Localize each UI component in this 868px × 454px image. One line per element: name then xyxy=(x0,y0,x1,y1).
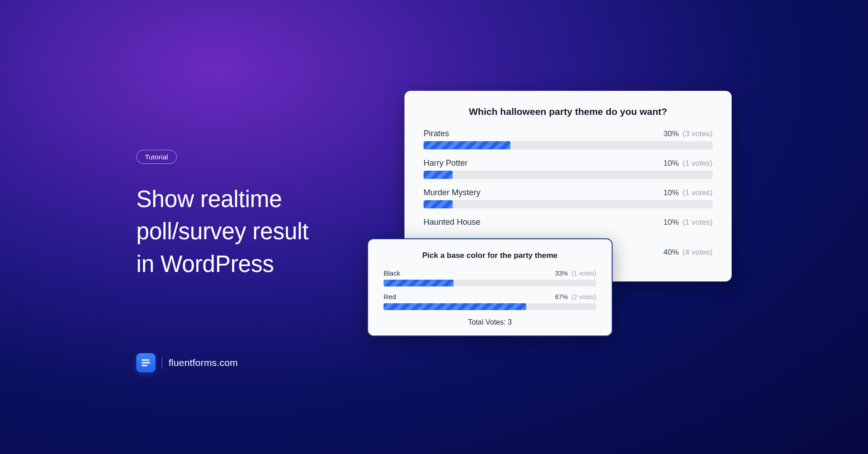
progress-fill xyxy=(424,200,453,208)
progress-track xyxy=(424,200,713,208)
poll-row: Black 33% (1 votes) xyxy=(384,269,596,286)
poll-option-label: Harry Potter xyxy=(424,158,468,168)
poll-card-color: Pick a base color for the party theme Bl… xyxy=(367,238,613,336)
progress-fill xyxy=(424,171,453,179)
poll-percent: 67% xyxy=(555,293,568,301)
poll-option-label: Haunted House xyxy=(424,217,480,227)
progress-track xyxy=(424,171,713,179)
progress-track xyxy=(424,141,713,149)
poll-row: Harry Potter 10% (1 votes) xyxy=(424,158,713,179)
hero-text: Tutorial Show realtime poll/survey resul… xyxy=(136,150,309,280)
poll-row: Murder Mystery 10% (1 votes) xyxy=(424,188,713,208)
poll-title: Which halloween party theme do you want? xyxy=(424,106,713,117)
progress-track xyxy=(384,303,596,310)
poll-votes: (1 votes) xyxy=(683,188,713,197)
brand-url: fluentforms.com xyxy=(169,357,238,368)
poll-percent: 40% xyxy=(663,248,679,257)
poll-percent: 10% xyxy=(663,218,679,227)
progress-fill xyxy=(384,280,454,286)
poll-percent: 33% xyxy=(555,270,568,277)
poll-votes: (4 votes) xyxy=(683,248,713,257)
poll-row: Pirates 30% (3 votes) xyxy=(424,129,713,149)
poll-votes: (1 votes) xyxy=(683,218,713,227)
poll-percent: 10% xyxy=(663,188,679,197)
brand-logo-icon xyxy=(136,353,155,372)
poll-title: Pick a base color for the party theme xyxy=(384,251,596,260)
poll-votes: (2 votes) xyxy=(572,293,596,301)
category-badge: Tutorial xyxy=(136,150,177,164)
poll-option-label: Black xyxy=(384,269,400,277)
progress-fill xyxy=(384,303,526,310)
poll-votes: (1 votes) xyxy=(572,270,596,277)
poll-option-label: Red xyxy=(384,293,396,301)
poll-percent: 30% xyxy=(663,129,679,138)
headline: Show realtime poll/survey result in Word… xyxy=(136,183,309,280)
poll-option-label: Pirates xyxy=(424,129,449,138)
headline-line: Show realtime xyxy=(136,183,309,215)
poll-row: Haunted House 10% (1 votes) xyxy=(424,217,713,227)
total-votes: Total Votes: 3 xyxy=(384,318,596,326)
progress-fill xyxy=(424,141,510,149)
poll-votes: (3 votes) xyxy=(683,129,713,138)
progress-track xyxy=(384,280,596,286)
poll-votes: (1 votes) xyxy=(683,159,713,168)
poll-row: Red 67% (2 votes) xyxy=(384,293,596,310)
headline-line: poll/survey result xyxy=(136,215,309,247)
divider xyxy=(162,357,162,369)
poll-option-label: Murder Mystery xyxy=(424,188,480,197)
headline-line: in WordPress xyxy=(136,248,309,280)
poll-percent: 10% xyxy=(663,159,679,168)
brand-footer: fluentforms.com xyxy=(136,353,238,372)
